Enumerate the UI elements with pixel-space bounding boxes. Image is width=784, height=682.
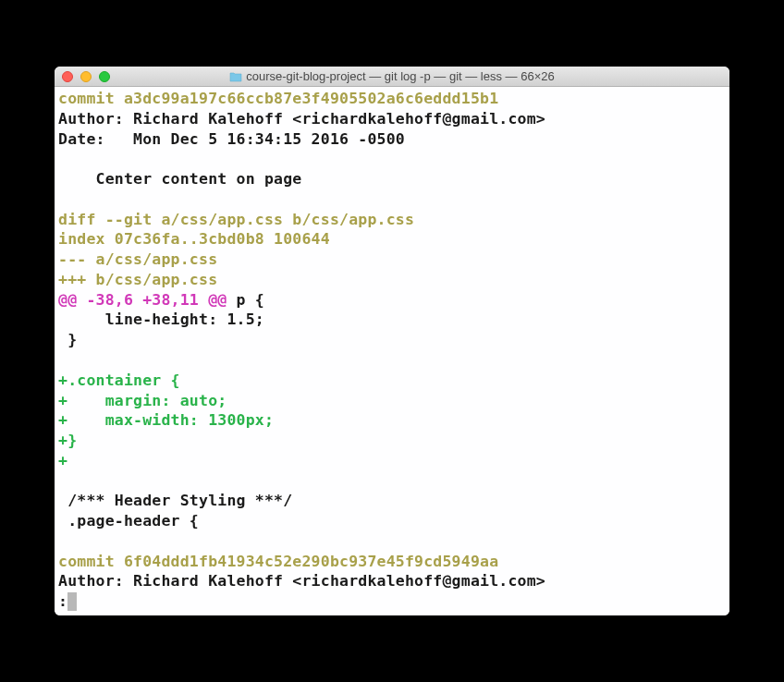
terminal-line: + margin: auto;	[58, 391, 726, 411]
titlebar[interactable]: course-git-blog-project — git log -p — g…	[55, 67, 729, 87]
terminal-line	[58, 350, 726, 371]
title-container: course-git-blog-project — git log -p — g…	[229, 69, 554, 83]
terminal-line: --- a/css/app.css	[58, 250, 726, 270]
terminal-line: line-height: 1.5;	[58, 310, 726, 330]
terminal-line	[58, 189, 726, 210]
close-button[interactable]	[62, 71, 73, 82]
terminal-line	[58, 531, 726, 552]
terminal-line: Author: Richard Kalehoff <richardkalehof…	[58, 571, 726, 591]
terminal-line	[58, 471, 726, 492]
terminal-line: @@ -38,6 +38,11 @@ p {	[58, 290, 726, 311]
terminal-line: Center content on page	[58, 169, 726, 189]
terminal-line: }	[58, 330, 726, 350]
prompt-char: :	[58, 591, 67, 612]
terminal-line: Date: Mon Dec 5 16:34:15 2016 -0500	[58, 129, 726, 150]
terminal-line: .page-header {	[58, 511, 726, 531]
terminal-line: Author: Richard Kalehoff <richardkalehof…	[58, 109, 726, 129]
terminal-line: commit a3dc99a197c66ccb87e3f4905502a6c6e…	[58, 89, 726, 109]
terminal-line: commit 6f04ddd1fb41934c52e290bc937e45f9c…	[58, 552, 726, 572]
terminal-content[interactable]: commit a3dc99a197c66ccb87e3f4905502a6c6e…	[55, 87, 729, 615]
window-title: course-git-blog-project — git log -p — g…	[246, 69, 554, 83]
terminal-line	[58, 149, 726, 169]
traffic-lights	[62, 71, 110, 82]
cursor	[67, 592, 77, 611]
terminal-window: course-git-blog-project — git log -p — g…	[55, 67, 729, 615]
less-prompt[interactable]: :	[58, 591, 726, 612]
terminal-line: diff --git a/css/app.css b/css/app.css	[58, 210, 726, 230]
terminal-line: +	[58, 451, 726, 471]
terminal-line: + max-width: 1300px;	[58, 410, 726, 431]
terminal-line: +.container {	[58, 371, 726, 391]
terminal-line: /*** Header Styling ***/	[58, 491, 726, 511]
minimize-button[interactable]	[80, 71, 92, 82]
maximize-button[interactable]	[99, 71, 110, 82]
terminal-line: +++ b/css/app.css	[58, 270, 726, 290]
terminal-line: index 07c36fa..3cbd0b8 100644	[58, 229, 726, 250]
terminal-line: +}	[58, 431, 726, 451]
folder-icon	[229, 71, 242, 82]
